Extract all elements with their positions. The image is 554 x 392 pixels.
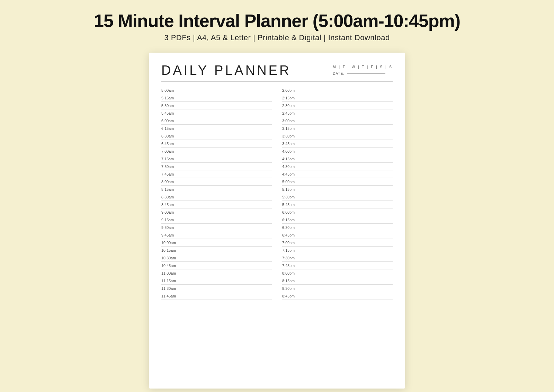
- time-line: [179, 197, 272, 197]
- time-line: [179, 151, 272, 152]
- time-label: 7:45pm: [282, 264, 300, 268]
- time-label: 11:45am: [161, 294, 179, 298]
- time-label: 9:45am: [161, 233, 179, 237]
- time-row: 7:15pm: [282, 247, 393, 254]
- time-row: 2:30pm: [282, 102, 393, 109]
- time-line: [300, 106, 393, 106]
- time-label: 7:30pm: [282, 256, 300, 260]
- time-label: 8:00am: [161, 180, 179, 184]
- time-line: [300, 113, 393, 114]
- time-row: 4:30pm: [282, 163, 393, 170]
- time-line: [300, 98, 393, 98]
- time-row: 5:45am: [161, 109, 272, 117]
- time-label: 7:00pm: [282, 241, 300, 245]
- planner-header: DAILY PLANNER M | T | W | T | F | S | S …: [161, 63, 393, 78]
- time-line: [300, 197, 393, 197]
- time-row: 7:30pm: [282, 254, 393, 262]
- time-label: 2:30pm: [282, 104, 300, 108]
- left-time-column: 5:00am5:15am5:30am5:45am6:00am6:15am6:30…: [161, 87, 272, 300]
- time-label: 5:45am: [161, 111, 179, 115]
- time-row: 3:30pm: [282, 132, 393, 140]
- time-line: [300, 90, 393, 91]
- time-label: 8:45pm: [282, 294, 300, 298]
- time-row: 2:00pm: [282, 87, 393, 94]
- time-line: [300, 167, 393, 167]
- time-line: [179, 273, 272, 274]
- time-row: 5:45pm: [282, 201, 393, 208]
- time-label: 4:45pm: [282, 172, 300, 176]
- time-line: [179, 212, 272, 213]
- time-label: 8:15am: [161, 187, 179, 191]
- time-label: 3:15pm: [282, 126, 300, 131]
- time-label: 5:45pm: [282, 203, 300, 207]
- time-label: 5:00am: [161, 88, 179, 92]
- time-line: [300, 296, 393, 296]
- time-row: 8:30pm: [282, 285, 393, 292]
- time-row: 9:45am: [161, 231, 272, 239]
- time-label: 6:45pm: [282, 233, 300, 237]
- time-row: 11:30am: [161, 285, 272, 292]
- time-line: [300, 189, 393, 190]
- time-row: 10:30am: [161, 254, 272, 262]
- time-row: 10:45am: [161, 262, 272, 269]
- time-label: 10:30am: [161, 256, 179, 260]
- time-line: [179, 296, 272, 296]
- time-line: [179, 288, 272, 289]
- time-row: 7:00am: [161, 148, 272, 155]
- time-line: [179, 220, 272, 220]
- time-label: 4:00pm: [282, 149, 300, 153]
- time-line: [179, 281, 272, 281]
- planner-header-right: M | T | W | T | F | S | S DATE:: [333, 63, 393, 75]
- time-label: 4:15pm: [282, 157, 300, 161]
- time-label: 7:30am: [161, 164, 179, 169]
- time-row: 10:15am: [161, 247, 272, 254]
- time-label: 6:15am: [161, 126, 179, 131]
- time-row: 6:30pm: [282, 224, 393, 231]
- time-line: [179, 113, 272, 114]
- time-line: [179, 167, 272, 167]
- time-label: 11:00am: [161, 271, 179, 275]
- time-line: [179, 144, 272, 144]
- header-divider: [161, 81, 393, 82]
- time-label: 9:00am: [161, 210, 179, 214]
- time-label: 2:15pm: [282, 96, 300, 100]
- time-row: 7:45am: [161, 170, 272, 178]
- time-line: [179, 106, 272, 106]
- time-label: 6:30am: [161, 134, 179, 138]
- time-line: [300, 212, 393, 213]
- time-label: 3:30pm: [282, 134, 300, 138]
- time-row: 7:00pm: [282, 239, 393, 247]
- time-row: 7:15am: [161, 155, 272, 163]
- time-row: 8:30am: [161, 193, 272, 201]
- time-row: 6:00am: [161, 117, 272, 125]
- time-line: [300, 128, 393, 129]
- time-line: [179, 258, 272, 258]
- time-line: [179, 136, 272, 136]
- time-row: 5:30pm: [282, 193, 393, 201]
- time-label: 5:15am: [161, 96, 179, 100]
- date-row: DATE:: [333, 72, 385, 75]
- time-label: 2:45pm: [282, 111, 300, 115]
- time-row: 5:15am: [161, 94, 272, 102]
- time-row: 7:45pm: [282, 262, 393, 269]
- time-row: 6:30am: [161, 132, 272, 140]
- time-label: 3:00pm: [282, 119, 300, 123]
- time-row: 10:00am: [161, 239, 272, 247]
- time-line: [300, 288, 393, 289]
- time-row: 6:00pm: [282, 208, 393, 216]
- time-label: 2:00pm: [282, 88, 300, 92]
- time-row: 5:30am: [161, 102, 272, 109]
- time-label: 11:30am: [161, 286, 179, 291]
- time-row: 8:15am: [161, 186, 272, 193]
- time-line: [300, 159, 393, 159]
- time-row: 3:15pm: [282, 125, 393, 132]
- days-row: M | T | W | T | F | S | S: [333, 65, 393, 69]
- time-row: 4:15pm: [282, 155, 393, 163]
- time-line: [179, 243, 272, 243]
- time-row: 5:00pm: [282, 178, 393, 186]
- time-row: 6:45pm: [282, 231, 393, 239]
- time-row: 3:45pm: [282, 140, 393, 148]
- time-row: 4:00pm: [282, 148, 393, 155]
- time-line: [179, 228, 272, 228]
- time-row: 11:45am: [161, 292, 272, 300]
